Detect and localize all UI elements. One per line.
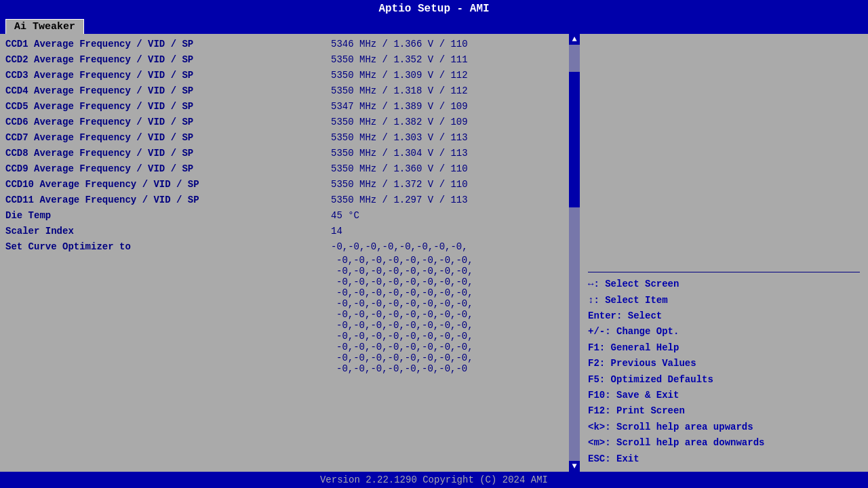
optimizer-value-row: -0,-0,-0,-0,-0,-0,-0,-0 — [0, 363, 568, 374]
version-bar: Version 2.22.1290 Copyright (C) 2024 AMI — [0, 472, 868, 488]
title-bar: Aptio Setup - AMI — [0, 0, 868, 18]
config-value: 5350 MHz / 1.372 V / 110 — [331, 178, 562, 192]
left-panel: CCD1 Average Frequency / VID / SP5346 MH… — [0, 34, 580, 472]
config-label: CCD3 Average Frequency / VID / SP — [5, 68, 331, 83]
optimizer-value-row: -0,-0,-0,-0,-0,-0,-0,-0, — [0, 277, 568, 287]
config-row: CCD11 Average Frequency / VID / SP5350 M… — [0, 192, 568, 208]
config-value: 5347 MHz / 1.389 V / 109 — [331, 100, 562, 114]
config-label: CCD9 Average Frequency / VID / SP — [5, 162, 331, 176]
left-content: CCD1 Average Frequency / VID / SP5346 MH… — [0, 37, 580, 469]
config-label: CCD8 Average Frequency / VID / SP — [5, 146, 331, 161]
optimizer-value-row: -0,-0,-0,-0,-0,-0,-0,-0, — [0, 320, 568, 331]
optimizer-value-row: -0,-0,-0,-0,-0,-0,-0,-0, — [0, 309, 568, 320]
right-panel: ↔: Select Screen↕: Select ItemEnter: Sel… — [580, 34, 868, 472]
scroll-down-arrow[interactable]: ▼ — [569, 461, 580, 472]
help-key-row: <k>: Scroll help area upwards — [588, 420, 860, 434]
config-value: 5350 MHz / 1.318 V / 112 — [331, 84, 562, 98]
config-value: 5350 MHz / 1.360 V / 110 — [331, 162, 562, 176]
optimizer-value-row: -0,-0,-0,-0,-0,-0,-0,-0, — [0, 298, 568, 309]
config-row: Die Temp45 °C — [0, 208, 568, 224]
config-row: CCD8 Average Frequency / VID / SP5350 MH… — [0, 146, 568, 161]
app-title: Aptio Setup - AMI — [378, 3, 489, 15]
help-keys: ↔: Select Screen↕: Select ItemEnter: Sel… — [588, 277, 860, 466]
config-row: CCD10 Average Frequency / VID / SP5350 M… — [0, 177, 568, 192]
config-row: CCD5 Average Frequency / VID / SP5347 MH… — [0, 99, 568, 115]
scroll-up-arrow[interactable]: ▲ — [569, 34, 580, 45]
help-key-row: ↔: Select Screen — [588, 277, 860, 291]
config-row: CCD3 Average Frequency / VID / SP5350 MH… — [0, 68, 568, 83]
config-row: CCD1 Average Frequency / VID / SP5346 MH… — [0, 37, 568, 52]
help-key-row: F5: Optimized Defaults — [588, 372, 860, 387]
help-key-row: Enter: Select — [588, 308, 860, 323]
optimizer-value-row: -0,-0,-0,-0,-0,-0,-0,-0, — [0, 266, 568, 277]
help-key-row: F12: Print Screen — [588, 403, 860, 418]
config-label: Scaler Index — [5, 224, 331, 239]
config-label: CCD1 Average Frequency / VID / SP — [5, 37, 331, 52]
help-key-row: F2: Previous Values — [588, 356, 860, 371]
config-row: Scaler Index14 — [0, 224, 568, 239]
scrollbar[interactable]: ▲ ▼ — [569, 34, 580, 472]
main-content: CCD1 Average Frequency / VID / SP5346 MH… — [0, 34, 868, 472]
optimizer-value-row: -0,-0,-0,-0,-0,-0,-0,-0, — [0, 287, 568, 298]
config-label: CCD7 Average Frequency / VID / SP — [5, 131, 331, 145]
app: Aptio Setup - AMI Ai Tweaker CCD1 Averag… — [0, 0, 868, 488]
config-value: 5350 MHz / 1.297 V / 113 — [331, 193, 562, 207]
optimizer-first-value: -0,-0,-0,-0,-0,-0,-0,-0, — [331, 240, 562, 254]
optimizer-label: Set Curve Optimizer to — [5, 240, 331, 254]
optimizer-value-row: -0,-0,-0,-0,-0,-0,-0,-0, — [0, 342, 568, 352]
config-row: CCD9 Average Frequency / VID / SP5350 MH… — [0, 161, 568, 177]
config-label: CCD6 Average Frequency / VID / SP — [5, 115, 331, 129]
config-value: 14 — [331, 224, 562, 239]
config-value: 5350 MHz / 1.352 V / 111 — [331, 53, 562, 67]
config-label: Die Temp — [5, 209, 331, 223]
version-text: Version 2.22.1290 Copyright (C) 2024 AMI — [320, 474, 548, 485]
scroll-thumb — [569, 72, 580, 207]
config-row: CCD2 Average Frequency / VID / SP5350 MH… — [0, 52, 568, 68]
config-label: CCD11 Average Frequency / VID / SP — [5, 193, 331, 207]
help-key-row: ↕: Select Item — [588, 293, 860, 308]
config-row: CCD6 Average Frequency / VID / SP5350 MH… — [0, 115, 568, 130]
config-value: 5350 MHz / 1.303 V / 113 — [331, 131, 562, 145]
config-value: 45 °C — [331, 209, 562, 223]
config-label: CCD4 Average Frequency / VID / SP — [5, 84, 331, 98]
help-key-row: F1: General Help — [588, 340, 860, 355]
config-value: 5350 MHz / 1.304 V / 113 — [331, 146, 562, 161]
ai-tweaker-tab[interactable]: Ai Tweaker — [5, 19, 84, 34]
help-key-row: F10: Save & Exit — [588, 388, 860, 403]
help-key-row: <m>: Scroll help area downwards — [588, 435, 860, 450]
config-label: CCD10 Average Frequency / VID / SP — [5, 178, 331, 192]
optimizer-value-row: -0,-0,-0,-0,-0,-0,-0,-0, — [0, 331, 568, 342]
config-label: CCD5 Average Frequency / VID / SP — [5, 100, 331, 114]
tab-bar: Ai Tweaker — [0, 18, 868, 34]
config-row: CCD4 Average Frequency / VID / SP5350 MH… — [0, 83, 568, 99]
config-value: 5350 MHz / 1.382 V / 109 — [331, 115, 562, 129]
config-row: CCD7 Average Frequency / VID / SP5350 MH… — [0, 130, 568, 146]
optimizer-value-row: -0,-0,-0,-0,-0,-0,-0,-0, — [0, 255, 568, 266]
scroll-track — [569, 45, 580, 461]
help-key-row: ESC: Exit — [588, 451, 860, 466]
optimizer-value-row: -0,-0,-0,-0,-0,-0,-0,-0, — [0, 352, 568, 363]
help-section-top — [588, 39, 860, 272]
config-label: CCD2 Average Frequency / VID / SP — [5, 53, 331, 67]
optimizer-row: Set Curve Optimizer to-0,-0,-0,-0,-0,-0,… — [0, 239, 568, 255]
config-value: 5350 MHz / 1.309 V / 112 — [331, 68, 562, 83]
config-value: 5346 MHz / 1.366 V / 110 — [331, 37, 562, 52]
help-key-row: +/-: Change Opt. — [588, 324, 860, 339]
